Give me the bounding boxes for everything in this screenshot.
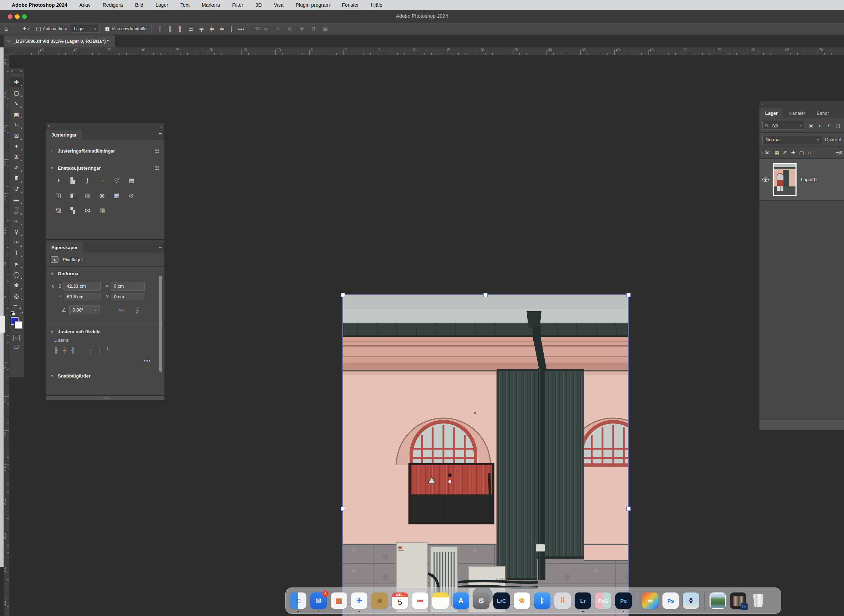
expand-toolbar-icon[interactable]: » (20, 69, 22, 73)
hand-tool[interactable]: ✽ (10, 280, 23, 290)
align-middle-icon[interactable]: ╪ (97, 347, 101, 353)
current-tool-icon[interactable]: ✚ ∨ (20, 26, 33, 31)
invert-icon[interactable]: ⊘ (126, 191, 136, 200)
show-transform-controls-checkbox[interactable] (105, 27, 110, 31)
align-top-icon[interactable]: ╤ (89, 347, 93, 353)
more-options-icon[interactable]: ••• (235, 26, 247, 32)
align-center-h-icon[interactable]: ╫ (166, 26, 175, 32)
brightness-contrast-icon[interactable]: ◑ (53, 176, 63, 185)
align-left-icon[interactable]: ╟ (54, 347, 58, 353)
tab-kanaler[interactable]: Kanaler (783, 108, 811, 118)
dock-trash[interactable] (750, 593, 767, 609)
gradient-tool[interactable]: ▒ (10, 205, 23, 216)
layer-filter-select[interactable]: 🔍︎ Typ ∨ (762, 121, 804, 130)
exposure-icon[interactable]: ± (97, 176, 107, 185)
dock-photo-stack[interactable] (710, 593, 726, 609)
close-panel-icon[interactable]: × (762, 102, 764, 106)
more-align-options-icon[interactable]: ••• (46, 353, 165, 368)
dock-calendar[interactable]: DEC.5 (392, 593, 408, 609)
dock-photoshop[interactable]: Ps (615, 593, 632, 609)
black-white-icon[interactable]: ◧ (68, 191, 77, 200)
gradient-map-icon[interactable]: ▥ (97, 206, 107, 215)
tab-lager[interactable]: Lager (759, 108, 783, 118)
quick-actions-section-header[interactable]: ∨ Snabbåtgärder (46, 373, 165, 378)
align-bottom-icon[interactable]: ╧ (218, 26, 226, 32)
transform-handle-top-center[interactable] (483, 293, 488, 297)
dock-lightroom[interactable]: Lr (575, 593, 591, 609)
posterize-icon[interactable]: ▨ (53, 206, 63, 215)
hue-saturation-icon[interactable]: ▤ (126, 176, 136, 185)
transform-handle-mid-right[interactable] (626, 507, 631, 511)
type-tool[interactable]: T (10, 248, 23, 258)
menu-plugin[interactable]: Plugin-program (296, 2, 330, 8)
crop-tool[interactable]: ⌗ (10, 119, 23, 130)
dock-contacts[interactable]: ☻ (371, 593, 388, 609)
menu-arkiv[interactable]: Arkiv (79, 2, 91, 8)
align-center-h-icon[interactable]: ╫ (63, 347, 67, 353)
close-panel-icon[interactable]: × (48, 124, 50, 128)
selective-color-icon[interactable]: ⋈ (83, 206, 92, 215)
document-tab[interactable]: × _DSF5086.tif vid 33,3% (Lager 0, RGB/1… (4, 35, 115, 47)
default-colors-icon[interactable] (11, 311, 15, 316)
menu-app-name[interactable]: Adobe Photoshop 2024 (12, 2, 68, 8)
transform-bbox-left[interactable] (343, 295, 343, 616)
3d-pan-icon[interactable]: ✚ (297, 26, 307, 32)
list-view-icon[interactable]: ☷ (155, 165, 159, 171)
dock-finder[interactable]: ☺ (290, 593, 306, 609)
align-top-icon[interactable]: ╤ (197, 26, 206, 32)
dodge-tool[interactable]: ⚲ (10, 226, 23, 237)
align-bottom-icon[interactable]: ╧ (106, 347, 110, 353)
background-color-swatch[interactable] (15, 321, 22, 329)
scrollbar-thumb[interactable] (159, 276, 162, 372)
transform-handle-mid-left[interactable] (341, 507, 345, 511)
curves-icon[interactable]: ∫ (83, 176, 92, 185)
dock-creative-cloud[interactable]: ∞ (642, 593, 659, 609)
dock-notes[interactable] (432, 593, 449, 609)
transform-handle-top-left[interactable] (341, 293, 345, 297)
brush-tool[interactable]: ✐ (10, 162, 23, 173)
dock-bluetooth[interactable]: ᛒ (534, 593, 550, 609)
transform-handle-top-right[interactable] (626, 293, 631, 297)
height-field[interactable]: 63,5 cm (64, 293, 101, 301)
lock-transparency-icon[interactable]: ▦ (775, 150, 779, 155)
list-view-icon[interactable]: ☷ (155, 148, 159, 154)
marquee-tool[interactable]: ▢ (10, 87, 23, 98)
menu-fonster[interactable]: Fönster (342, 2, 359, 8)
color-lookup-icon[interactable]: ▦ (112, 191, 121, 200)
channel-mixer-icon[interactable]: ◉ (97, 191, 107, 200)
healing-brush-tool[interactable]: ⊕ (10, 151, 23, 162)
presets-section-header[interactable]: › Justeringsförinställningar ☷ (46, 148, 165, 154)
screen-mode-icon[interactable]: ❐ (14, 344, 19, 350)
automarkera-checkbox[interactable] (37, 27, 41, 31)
3d-orbit-icon[interactable]: ↻ (273, 26, 283, 32)
align-right-icon[interactable]: ╢ (71, 347, 75, 353)
shape-tool[interactable]: ◯ (10, 269, 23, 280)
toolbar-grip[interactable]: :::::::: (9, 74, 24, 77)
levels-icon[interactable]: ▙ (68, 176, 77, 185)
menu-hjalp[interactable]: Hjälp (371, 2, 382, 8)
edit-toolbar-icon[interactable]: ••• (9, 301, 22, 310)
dock-launchpad[interactable]: ▦ (331, 593, 347, 609)
dock-safari[interactable]: ✈ (351, 593, 368, 609)
move-tool[interactable]: ✚ (10, 77, 23, 87)
width-field[interactable]: 42,33 cm (63, 282, 101, 290)
blend-mode-select[interactable]: Normal ∨ (762, 135, 822, 144)
menu-markera[interactable]: Markera (201, 2, 220, 8)
transform-bbox-right[interactable] (628, 295, 629, 616)
eyedropper-tool[interactable]: ✦ (10, 141, 23, 151)
canvas-image[interactable]: TOSHIBA (343, 295, 628, 616)
lock-artboard-icon[interactable]: ▢ (799, 150, 804, 155)
dock-minimized-lightroom-window[interactable]: Lr (730, 593, 746, 609)
home-icon[interactable]: ⌂ (0, 25, 12, 32)
layer-thumbnail[interactable] (773, 163, 797, 196)
menu-3d[interactable]: 3D (256, 2, 262, 8)
flip-vertical-icon[interactable]: ▷|◁ (135, 307, 140, 313)
lasso-tool[interactable]: ∿ (10, 98, 23, 109)
3d-camera-icon[interactable]: ▣ (321, 26, 330, 32)
dock-mail[interactable]: ✉3 (310, 593, 327, 609)
tab-egenskaper[interactable]: Egenskaper (46, 242, 84, 253)
single-adjustments-section-header[interactable]: ∨ Enstaka justeringar ☷ (46, 165, 165, 171)
lock-pixels-icon[interactable]: ✐ (783, 150, 787, 155)
align-distribute-section-header[interactable]: ∨ Justera och fördela (46, 324, 165, 334)
dock-calculator[interactable]: ⠿ (554, 593, 571, 609)
